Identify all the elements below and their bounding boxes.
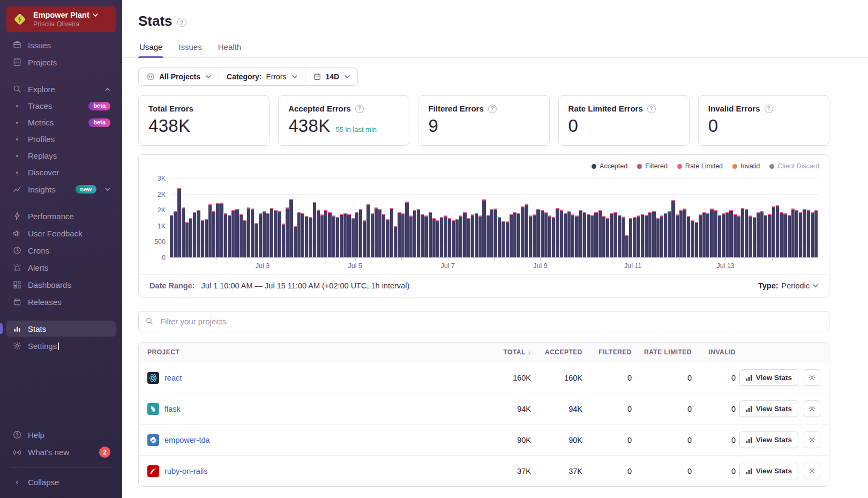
chart-bar	[610, 213, 613, 258]
view-stats-button[interactable]: View Stats	[739, 463, 798, 479]
rate-limited-value: 0	[632, 374, 692, 382]
empower-plant-logo-icon	[12, 11, 28, 27]
chart-bar	[286, 207, 289, 258]
chart-bar	[482, 199, 485, 258]
col-invalid[interactable]: INVALID	[692, 348, 736, 356]
chart-bar	[525, 204, 528, 258]
sidebar-item-performance[interactable]: Performance	[6, 208, 116, 224]
filtered-value: 0	[582, 436, 632, 444]
x-tick-label: Jul 3	[256, 262, 270, 270]
chart-bar	[679, 210, 683, 258]
chart-bar	[247, 207, 250, 258]
chart-bar	[590, 215, 594, 258]
org-switcher[interactable]: Empower Plant Priscila Oliveira	[6, 6, 116, 32]
legend-item-rate-limited[interactable]: Rate Limited	[677, 162, 723, 170]
chart-bar	[270, 208, 273, 258]
page-help-icon[interactable]: ?	[177, 18, 186, 27]
project-link[interactable]: ruby-on-rails	[164, 467, 208, 475]
y-tick-label: 0	[162, 254, 166, 262]
project-link[interactable]: react	[164, 374, 182, 382]
sidebar-item-user-feedback[interactable]: User Feedback	[6, 225, 116, 241]
project-settings-button[interactable]	[804, 369, 820, 386]
chart-bar	[536, 209, 540, 258]
chart-bar	[502, 221, 505, 258]
chart-bar	[405, 202, 408, 258]
chart-bar	[324, 210, 327, 258]
project-settings-button[interactable]	[804, 463, 820, 479]
total-value: 90K	[475, 436, 531, 444]
col-accepted[interactable]: ACCEPTED	[531, 348, 582, 356]
sidebar-item-issues[interactable]: Issues	[6, 37, 116, 53]
main-content: Stats ? Usage Issues Health All Projects…	[122, 0, 868, 498]
sidebar-collapse-button[interactable]: Collapse	[6, 474, 116, 490]
project-settings-button[interactable]	[804, 400, 820, 417]
accepted-value: 94K	[531, 405, 582, 413]
help-icon[interactable]: ?	[488, 105, 497, 113]
tab-usage[interactable]: Usage	[138, 41, 163, 57]
sidebar-item-dashboards[interactable]: Dashboards	[6, 277, 116, 293]
project-filter-dropdown[interactable]: All Projects	[139, 68, 219, 85]
project-settings-button[interactable]	[804, 432, 820, 448]
help-icon[interactable]: ?	[355, 105, 364, 113]
project-link[interactable]: flask	[164, 405, 181, 413]
category-value: Errors	[266, 72, 286, 81]
legend-item-invalid[interactable]: Invalid	[732, 162, 760, 170]
sidebar-item-replays[interactable]: Replays	[6, 148, 116, 163]
chevron-down-icon	[206, 75, 211, 79]
sidebar-item-insights[interactable]: Insights new	[6, 181, 116, 197]
chart-bar	[182, 207, 185, 258]
category-filter-dropdown[interactable]: Category: Errors	[219, 68, 304, 85]
chart-bar	[606, 218, 609, 258]
tab-issues[interactable]: Issues	[177, 41, 203, 57]
project-search-input[interactable]	[159, 316, 822, 326]
legend-item-accepted[interactable]: Accepted	[592, 162, 627, 170]
chart-bar	[764, 215, 767, 258]
sidebar-item-releases[interactable]: Releases	[6, 294, 116, 310]
col-total[interactable]: TOTAL ↓	[475, 348, 531, 356]
chart-bar	[212, 211, 215, 258]
card-rate-limited-errors: Rate Limited Errors? 0	[558, 95, 690, 146]
sidebar-item-settings[interactable]: Settings	[6, 338, 116, 354]
sidebar-item-help[interactable]: Help	[6, 427, 116, 443]
plot-area: 0 500 1K 2K 2K 3K Jul 3 Jul 5 Jul 7 Jul …	[170, 179, 818, 258]
gear-icon	[808, 374, 816, 382]
tab-health[interactable]: Health	[217, 41, 242, 57]
sidebar-item-crons[interactable]: Crons	[6, 242, 116, 258]
sidebar-item-traces[interactable]: Traces beta	[6, 98, 116, 114]
view-stats-button[interactable]: View Stats	[739, 369, 798, 386]
view-stats-button[interactable]: View Stats	[739, 432, 798, 448]
archive-box-icon	[12, 297, 23, 307]
x-tick	[494, 258, 495, 261]
chart-bar	[282, 224, 285, 258]
chart-bar	[533, 214, 536, 258]
col-rate-limited[interactable]: RATE LIMITED	[632, 348, 692, 356]
chart-bars	[170, 179, 818, 258]
sidebar-item-metrics[interactable]: Metrics beta	[6, 115, 116, 130]
sidebar-item-stats[interactable]: Stats	[6, 321, 116, 337]
sidebar-item-projects[interactable]: Projects	[6, 54, 116, 70]
sidebar-item-profiles[interactable]: Profiles	[6, 131, 116, 147]
chart-bar	[455, 219, 459, 258]
col-filtered[interactable]: FILTERED	[582, 348, 632, 356]
x-tick-label: Jul 7	[440, 262, 454, 270]
legend-label: Client Discard	[777, 162, 819, 170]
view-stats-button[interactable]: View Stats	[739, 400, 798, 417]
sidebar-item-whats-new[interactable]: What's new 2	[6, 443, 116, 461]
chart-bar	[266, 213, 270, 258]
help-icon[interactable]: ?	[647, 105, 656, 113]
legend-item-filtered[interactable]: Filtered	[637, 162, 668, 170]
chart-bar	[197, 210, 200, 258]
chart-bar	[641, 214, 644, 258]
chart-bar	[478, 215, 482, 258]
sidebar-item-discover[interactable]: Discover	[6, 165, 116, 180]
legend-item-client-discard[interactable]: Client Discard	[769, 162, 819, 170]
rate-limited-value: 0	[632, 467, 692, 475]
table-row: ruby-on-rails 37K 37K 0 0 0 View Stats	[139, 456, 829, 486]
project-link[interactable]: empower-tda	[164, 436, 210, 444]
sidebar-item-explore[interactable]: Explore	[6, 81, 116, 97]
type-dropdown[interactable]: Type: Periodic	[758, 281, 818, 290]
date-range-dropdown[interactable]: 14D	[305, 68, 358, 85]
help-icon[interactable]: ?	[765, 105, 773, 113]
sidebar-item-alerts[interactable]: Alerts	[6, 259, 116, 276]
chart-bar	[668, 211, 671, 258]
